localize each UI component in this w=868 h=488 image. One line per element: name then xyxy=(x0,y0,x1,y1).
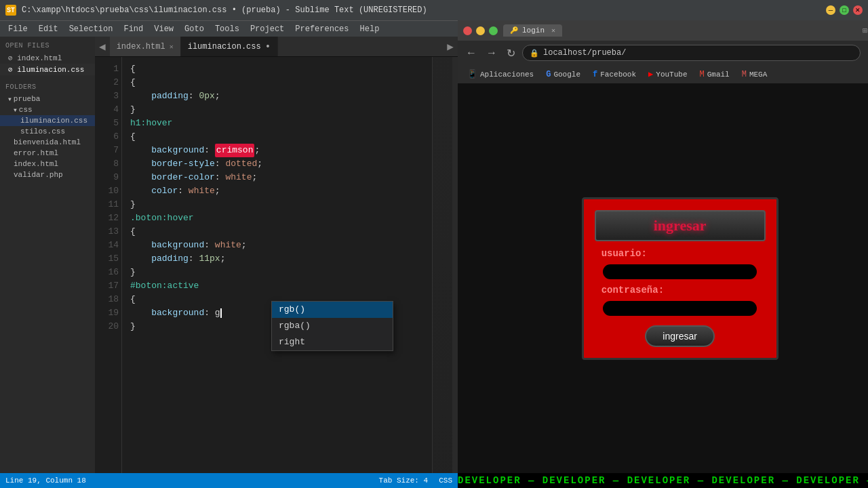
menu-preferences[interactable]: Preferences xyxy=(290,23,354,35)
back-button[interactable]: ← xyxy=(463,45,479,60)
code-line-17: #boton:active xyxy=(130,279,432,293)
sidebar-file-stilos[interactable]: stilos.css xyxy=(0,126,95,137)
login-page-preview: ingresar usuario: contraseña: ingresar xyxy=(582,197,778,360)
ticker-text: DEVELOPER — DEVELOPER — DEVELOPER — DEVE… xyxy=(458,475,868,486)
sidebar-file-iluminacion[interactable]: iluminacion.css xyxy=(0,115,95,126)
google-icon: G xyxy=(546,70,551,79)
sidebar-file-error[interactable]: error.html xyxy=(0,148,95,159)
status-cursor-pos: Line 19, Column 18 xyxy=(5,476,86,485)
sidebar-file-index[interactable]: index.html xyxy=(0,159,95,169)
tab-dirty-indicator: • xyxy=(265,41,271,52)
tab-close-index[interactable]: ✕ xyxy=(170,43,174,51)
code-editor: ◀ index.html ✕ iluminacion.css • ▶ 1 xyxy=(95,37,458,473)
refresh-button[interactable]: ↻ xyxy=(504,45,518,61)
sidebar-folder-root[interactable]: ▼ prueba xyxy=(0,94,95,104)
browser-tab-close[interactable]: ✕ xyxy=(551,26,555,35)
menu-find[interactable]: Find xyxy=(118,23,149,35)
youtube-icon: ▶ xyxy=(648,69,653,79)
line-numbers: 12345 678910 1112131415 1617181920 xyxy=(95,57,122,473)
bookmark-youtube[interactable]: ▶ YouTube xyxy=(644,68,691,81)
minimize-button[interactable]: ─ xyxy=(826,5,835,15)
menu-edit[interactable]: Edit xyxy=(33,23,64,35)
code-line-6: { xyxy=(130,130,432,144)
editor-area[interactable]: 12345 678910 1112131415 1617181920 { { p… xyxy=(95,57,458,473)
tab-bar: ◀ index.html ✕ iluminacion.css • ▶ xyxy=(95,37,458,57)
menu-selection[interactable]: Selection xyxy=(64,23,119,35)
sidebar-open-css[interactable]: ⊘ iluminacion.css xyxy=(0,64,95,75)
code-line-9: border-color: white; xyxy=(130,171,432,184)
window-controls: ─ □ ✕ xyxy=(826,5,863,15)
tab-nav-right[interactable]: ▶ xyxy=(443,37,458,56)
app-icon: ST xyxy=(5,5,16,16)
tab-index-html[interactable]: index.html ✕ xyxy=(110,37,181,56)
star-button[interactable]: ★ xyxy=(865,45,868,61)
vertical-scrollbar[interactable] xyxy=(452,57,458,473)
browser-min-btn[interactable] xyxy=(476,26,485,35)
browser-window-icons: ⊞ 👤 ⋮ xyxy=(863,26,868,36)
bookmark-google[interactable]: G Google xyxy=(542,68,585,81)
login-form: usuario: contraseña: ingresar xyxy=(595,248,766,347)
autocomplete-item-right[interactable]: right xyxy=(272,334,393,350)
browser-close-btn[interactable] xyxy=(463,26,472,35)
bookmarks-bar: 📱 Aplicaciones G Google f Facebook ▶ You… xyxy=(458,65,868,84)
menu-help[interactable]: Help xyxy=(355,23,385,35)
tab-nav-left[interactable]: ◀ xyxy=(95,37,110,56)
browser-max-btn[interactable] xyxy=(489,26,498,35)
sidebar: OPEN FILES ⊘ index.html ⊘ iluminacion.cs… xyxy=(0,37,95,473)
facebook-icon: f xyxy=(593,70,597,79)
autocomplete-item-rgb[interactable]: rgb() xyxy=(272,302,393,318)
code-content[interactable]: { { padding: 0px; } h1:hover { backgroun… xyxy=(122,57,432,473)
bookmark-gmail[interactable]: M Gmail xyxy=(696,68,734,81)
bookmark-aplicaciones[interactable]: 📱 Aplicaciones xyxy=(463,68,538,81)
menu-tools[interactable]: Tools xyxy=(210,23,245,35)
menu-view[interactable]: View xyxy=(149,23,179,35)
editor-with-sidebar: OPEN FILES ⊘ index.html ⊘ iluminacion.cs… xyxy=(0,37,458,473)
open-files-label: OPEN FILES xyxy=(0,39,95,52)
forward-button[interactable]: → xyxy=(484,45,500,60)
sidebar-open-index[interactable]: ⊘ index.html xyxy=(0,52,95,64)
browser-panel: 🔑 login ✕ ⊞ 👤 ⋮ ← → ↻ 🔒 localhost/prueba… xyxy=(458,20,868,488)
menu-goto[interactable]: Goto xyxy=(179,23,210,35)
extensions-icon[interactable]: ⊞ xyxy=(863,26,867,36)
code-line-11: } xyxy=(130,198,432,211)
bookmark-label-mega: MEGA xyxy=(749,70,767,79)
bookmark-facebook[interactable]: f Facebook xyxy=(589,68,640,81)
maximize-button[interactable]: □ xyxy=(840,5,849,15)
lock-icon: 🔒 xyxy=(530,49,539,58)
code-line-2: { xyxy=(130,76,432,89)
tab-iluminacion-css[interactable]: iluminacion.css • xyxy=(181,37,278,56)
close-button[interactable]: ✕ xyxy=(853,5,863,15)
sidebar-folder-css[interactable]: ▼ css xyxy=(0,104,95,115)
tab-label-index: index.html xyxy=(117,42,165,52)
code-line-12: .boton:hover xyxy=(130,211,432,225)
window-title: C:\xampp\htdocs\prueba\css\iluminacion.c… xyxy=(22,5,821,15)
autocomplete-item-rgba[interactable]: rgba() xyxy=(272,318,393,334)
mega-icon: M xyxy=(742,70,747,79)
sidebar-file-bienvenida[interactable]: bienvenida.html xyxy=(0,137,95,148)
code-line-16: } xyxy=(130,266,432,279)
code-line-4: } xyxy=(130,103,432,117)
menu-file[interactable]: File xyxy=(3,23,33,35)
address-bar[interactable]: 🔒 localhost/prueba/ xyxy=(522,45,861,61)
bookmark-label-aplicaciones: Aplicaciones xyxy=(480,70,534,79)
browser-tab[interactable]: 🔑 login ✕ xyxy=(503,24,562,37)
login-button[interactable]: ingresar xyxy=(645,325,715,347)
aplicaciones-icon: 📱 xyxy=(467,69,477,79)
contrasena-label: contraseña: xyxy=(601,285,664,296)
browser-content: ingresar usuario: contraseña: ingresar xyxy=(458,84,868,473)
menu-bar: File Edit Selection Find View Goto Tools… xyxy=(0,20,458,37)
title-bar: ST C:\xampp\htdocs\prueba\css\iluminacio… xyxy=(0,0,868,20)
bookmark-mega[interactable]: M MEGA xyxy=(738,68,772,81)
gmail-icon: M xyxy=(700,70,705,79)
bookmark-label-youtube: YouTube xyxy=(656,70,687,79)
code-line-7: background: crimson; xyxy=(130,144,432,157)
browser-tab-icon: 🔑 xyxy=(510,26,518,35)
menu-project[interactable]: Project xyxy=(245,23,290,35)
sidebar-file-validar[interactable]: validar.php xyxy=(0,169,95,180)
usuario-input[interactable] xyxy=(603,264,757,279)
triangle-icon-css: ▼ xyxy=(14,107,17,113)
tab-label-iluminacion: iluminacion.css xyxy=(188,42,261,52)
contrasena-input[interactable] xyxy=(603,301,757,316)
browser-tab-label: login xyxy=(522,26,545,35)
login-title: ingresar xyxy=(595,210,766,241)
